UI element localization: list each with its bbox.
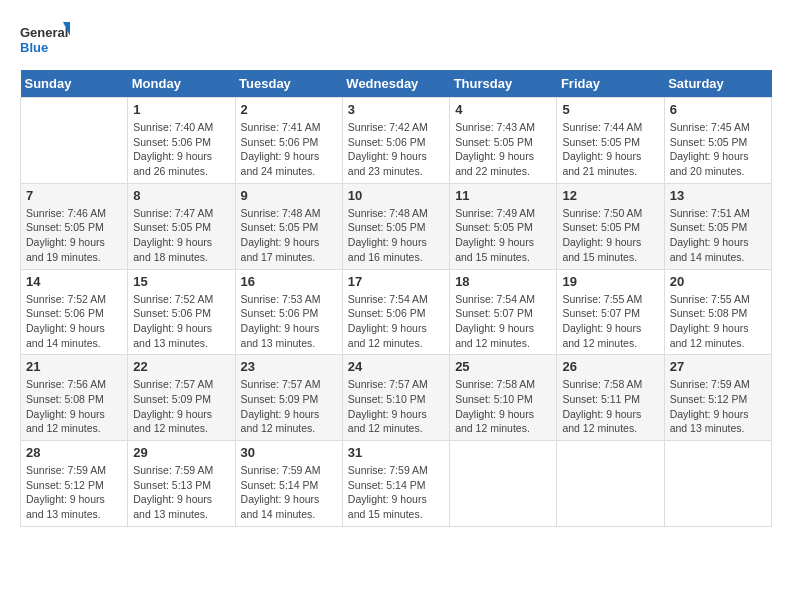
day-number: 27 (670, 359, 766, 374)
day-number: 11 (455, 188, 551, 203)
weekday-header-cell: Wednesday (342, 70, 449, 98)
day-info: Sunrise: 7:43 AM Sunset: 5:05 PM Dayligh… (455, 120, 551, 179)
day-info: Sunrise: 7:41 AM Sunset: 5:06 PM Dayligh… (241, 120, 337, 179)
calendar-cell: 20Sunrise: 7:55 AM Sunset: 5:08 PM Dayli… (664, 269, 771, 355)
calendar-cell: 27Sunrise: 7:59 AM Sunset: 5:12 PM Dayli… (664, 355, 771, 441)
day-info: Sunrise: 7:48 AM Sunset: 5:05 PM Dayligh… (241, 206, 337, 265)
day-number: 19 (562, 274, 658, 289)
day-number: 3 (348, 102, 444, 117)
day-number: 31 (348, 445, 444, 460)
day-info: Sunrise: 7:56 AM Sunset: 5:08 PM Dayligh… (26, 377, 122, 436)
day-info: Sunrise: 7:59 AM Sunset: 5:13 PM Dayligh… (133, 463, 229, 522)
weekday-header-row: SundayMondayTuesdayWednesdayThursdayFrid… (21, 70, 772, 98)
calendar-cell: 6Sunrise: 7:45 AM Sunset: 5:05 PM Daylig… (664, 98, 771, 184)
calendar-week-row: 7Sunrise: 7:46 AM Sunset: 5:05 PM Daylig… (21, 183, 772, 269)
calendar-cell: 14Sunrise: 7:52 AM Sunset: 5:06 PM Dayli… (21, 269, 128, 355)
calendar-cell: 21Sunrise: 7:56 AM Sunset: 5:08 PM Dayli… (21, 355, 128, 441)
calendar-cell (664, 441, 771, 527)
day-info: Sunrise: 7:52 AM Sunset: 5:06 PM Dayligh… (133, 292, 229, 351)
calendar-cell: 30Sunrise: 7:59 AM Sunset: 5:14 PM Dayli… (235, 441, 342, 527)
weekday-header-cell: Sunday (21, 70, 128, 98)
calendar-cell: 4Sunrise: 7:43 AM Sunset: 5:05 PM Daylig… (450, 98, 557, 184)
day-info: Sunrise: 7:55 AM Sunset: 5:08 PM Dayligh… (670, 292, 766, 351)
calendar-cell: 1Sunrise: 7:40 AM Sunset: 5:06 PM Daylig… (128, 98, 235, 184)
svg-text:Blue: Blue (20, 40, 48, 55)
logo: General Blue (20, 20, 70, 60)
calendar-cell: 24Sunrise: 7:57 AM Sunset: 5:10 PM Dayli… (342, 355, 449, 441)
day-number: 6 (670, 102, 766, 117)
calendar-cell: 19Sunrise: 7:55 AM Sunset: 5:07 PM Dayli… (557, 269, 664, 355)
day-info: Sunrise: 7:52 AM Sunset: 5:06 PM Dayligh… (26, 292, 122, 351)
calendar-cell: 9Sunrise: 7:48 AM Sunset: 5:05 PM Daylig… (235, 183, 342, 269)
calendar-cell: 26Sunrise: 7:58 AM Sunset: 5:11 PM Dayli… (557, 355, 664, 441)
weekday-header-cell: Monday (128, 70, 235, 98)
weekday-header-cell: Friday (557, 70, 664, 98)
day-info: Sunrise: 7:54 AM Sunset: 5:07 PM Dayligh… (455, 292, 551, 351)
day-number: 16 (241, 274, 337, 289)
day-info: Sunrise: 7:59 AM Sunset: 5:14 PM Dayligh… (348, 463, 444, 522)
calendar-cell: 7Sunrise: 7:46 AM Sunset: 5:05 PM Daylig… (21, 183, 128, 269)
day-number: 28 (26, 445, 122, 460)
day-info: Sunrise: 7:48 AM Sunset: 5:05 PM Dayligh… (348, 206, 444, 265)
calendar-cell: 18Sunrise: 7:54 AM Sunset: 5:07 PM Dayli… (450, 269, 557, 355)
day-number: 30 (241, 445, 337, 460)
day-info: Sunrise: 7:59 AM Sunset: 5:14 PM Dayligh… (241, 463, 337, 522)
day-number: 2 (241, 102, 337, 117)
calendar-cell: 10Sunrise: 7:48 AM Sunset: 5:05 PM Dayli… (342, 183, 449, 269)
calendar-cell: 8Sunrise: 7:47 AM Sunset: 5:05 PM Daylig… (128, 183, 235, 269)
day-number: 15 (133, 274, 229, 289)
day-info: Sunrise: 7:53 AM Sunset: 5:06 PM Dayligh… (241, 292, 337, 351)
day-number: 10 (348, 188, 444, 203)
calendar-cell: 15Sunrise: 7:52 AM Sunset: 5:06 PM Dayli… (128, 269, 235, 355)
day-info: Sunrise: 7:44 AM Sunset: 5:05 PM Dayligh… (562, 120, 658, 179)
calendar-cell: 13Sunrise: 7:51 AM Sunset: 5:05 PM Dayli… (664, 183, 771, 269)
day-info: Sunrise: 7:42 AM Sunset: 5:06 PM Dayligh… (348, 120, 444, 179)
day-info: Sunrise: 7:57 AM Sunset: 5:09 PM Dayligh… (133, 377, 229, 436)
calendar-cell: 3Sunrise: 7:42 AM Sunset: 5:06 PM Daylig… (342, 98, 449, 184)
day-number: 25 (455, 359, 551, 374)
day-number: 18 (455, 274, 551, 289)
calendar-week-row: 21Sunrise: 7:56 AM Sunset: 5:08 PM Dayli… (21, 355, 772, 441)
calendar-week-row: 1Sunrise: 7:40 AM Sunset: 5:06 PM Daylig… (21, 98, 772, 184)
day-number: 21 (26, 359, 122, 374)
day-info: Sunrise: 7:45 AM Sunset: 5:05 PM Dayligh… (670, 120, 766, 179)
day-info: Sunrise: 7:55 AM Sunset: 5:07 PM Dayligh… (562, 292, 658, 351)
page-header: General Blue (20, 20, 772, 60)
day-info: Sunrise: 7:57 AM Sunset: 5:10 PM Dayligh… (348, 377, 444, 436)
day-info: Sunrise: 7:58 AM Sunset: 5:11 PM Dayligh… (562, 377, 658, 436)
day-number: 22 (133, 359, 229, 374)
calendar-body: 1Sunrise: 7:40 AM Sunset: 5:06 PM Daylig… (21, 98, 772, 527)
calendar-cell: 17Sunrise: 7:54 AM Sunset: 5:06 PM Dayli… (342, 269, 449, 355)
day-number: 29 (133, 445, 229, 460)
day-info: Sunrise: 7:40 AM Sunset: 5:06 PM Dayligh… (133, 120, 229, 179)
day-info: Sunrise: 7:59 AM Sunset: 5:12 PM Dayligh… (670, 377, 766, 436)
day-info: Sunrise: 7:50 AM Sunset: 5:05 PM Dayligh… (562, 206, 658, 265)
calendar-cell (557, 441, 664, 527)
weekday-header-cell: Tuesday (235, 70, 342, 98)
day-number: 5 (562, 102, 658, 117)
day-number: 7 (26, 188, 122, 203)
calendar-week-row: 28Sunrise: 7:59 AM Sunset: 5:12 PM Dayli… (21, 441, 772, 527)
calendar-table: SundayMondayTuesdayWednesdayThursdayFrid… (20, 70, 772, 527)
calendar-cell (21, 98, 128, 184)
day-number: 23 (241, 359, 337, 374)
day-number: 20 (670, 274, 766, 289)
day-number: 26 (562, 359, 658, 374)
calendar-cell: 2Sunrise: 7:41 AM Sunset: 5:06 PM Daylig… (235, 98, 342, 184)
calendar-cell: 31Sunrise: 7:59 AM Sunset: 5:14 PM Dayli… (342, 441, 449, 527)
calendar-cell: 5Sunrise: 7:44 AM Sunset: 5:05 PM Daylig… (557, 98, 664, 184)
calendar-cell: 16Sunrise: 7:53 AM Sunset: 5:06 PM Dayli… (235, 269, 342, 355)
day-info: Sunrise: 7:58 AM Sunset: 5:10 PM Dayligh… (455, 377, 551, 436)
day-info: Sunrise: 7:46 AM Sunset: 5:05 PM Dayligh… (26, 206, 122, 265)
day-number: 24 (348, 359, 444, 374)
day-number: 1 (133, 102, 229, 117)
day-number: 4 (455, 102, 551, 117)
calendar-cell: 11Sunrise: 7:49 AM Sunset: 5:05 PM Dayli… (450, 183, 557, 269)
weekday-header-cell: Thursday (450, 70, 557, 98)
calendar-cell (450, 441, 557, 527)
day-number: 8 (133, 188, 229, 203)
day-number: 17 (348, 274, 444, 289)
day-info: Sunrise: 7:51 AM Sunset: 5:05 PM Dayligh… (670, 206, 766, 265)
calendar-cell: 28Sunrise: 7:59 AM Sunset: 5:12 PM Dayli… (21, 441, 128, 527)
calendar-week-row: 14Sunrise: 7:52 AM Sunset: 5:06 PM Dayli… (21, 269, 772, 355)
